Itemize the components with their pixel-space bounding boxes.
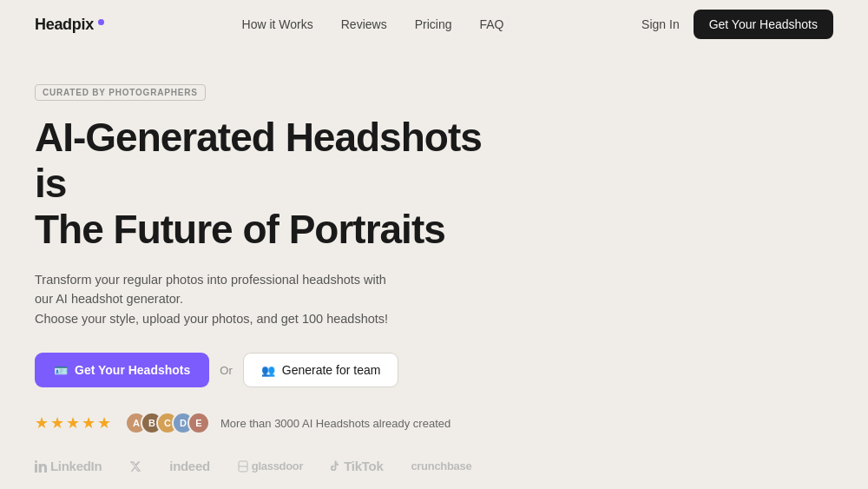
team-icon: 👥 (261, 364, 275, 377)
secondary-cta-button[interactable]: 👥 Generate for team (243, 353, 399, 387)
hero-title-line1: AI-Generated Headshots is (35, 115, 482, 206)
avatar-group: A B C D E (125, 412, 210, 434)
star-5: ★ (97, 413, 111, 433)
star-3: ★ (66, 413, 80, 433)
brand-crunchbase-label: crunchbase (411, 459, 471, 472)
brand-tiktok: TikTok (331, 459, 383, 473)
logo-text: Headpix (35, 16, 94, 34)
brand-linkedin-label: LinkedIn (50, 459, 102, 473)
nav-cta-button[interactable]: Get Your Headshots (694, 10, 833, 39)
svg-point-1 (35, 460, 37, 463)
hero-subtitle-line1: Transform your regular photos into profe… (35, 273, 386, 306)
svg-rect-0 (35, 464, 37, 472)
navbar: Headpix How it Works Reviews Pricing FAQ… (0, 0, 868, 49)
brand-logos: LinkedIn indeed glassdoor TikTok crunchb… (35, 459, 833, 473)
camera-icon: 🪪 (54, 364, 68, 377)
secondary-cta-label: Generate for team (282, 363, 381, 377)
brand-indeed: indeed (169, 459, 210, 473)
primary-cta-button[interactable]: 🪪 Get Your Headshots (35, 353, 209, 387)
star-2: ★ (50, 413, 64, 433)
hero-section: CURATED BY PHOTOGRAPHERS AI-Generated He… (0, 49, 868, 489)
star-4: ★ (82, 413, 95, 433)
social-proof-text: More than 3000 AI Headshots already crea… (220, 417, 450, 430)
star-1: ★ (35, 413, 49, 433)
brand-glassdoor-label: glassdoor (252, 459, 303, 472)
hero-title: AI-Generated Headshots is The Future of … (35, 115, 486, 253)
nav-actions: Sign In Get Your Headshots (641, 10, 833, 39)
avatar-5: E (187, 412, 210, 434)
logo-dot (98, 19, 104, 25)
primary-cta-label: Get Your Headshots (75, 363, 190, 377)
nav-reviews[interactable]: Reviews (341, 17, 387, 31)
brand-crunchbase: crunchbase (411, 459, 471, 472)
brand-indeed-label: indeed (169, 459, 210, 473)
nav-faq[interactable]: FAQ (479, 17, 503, 31)
hero-badge: CURATED BY PHOTOGRAPHERS (35, 84, 206, 101)
or-divider: Or (220, 364, 232, 377)
hero-title-line2: The Future of Portraits (35, 207, 445, 252)
social-proof: ★ ★ ★ ★ ★ A B C D E More than 3000 AI He… (35, 412, 833, 434)
cta-row: 🪪 Get Your Headshots Or 👥 Generate for t… (35, 353, 833, 387)
brand-x (129, 460, 141, 472)
hero-subtitle: Transform your regular photos into profe… (35, 270, 399, 328)
nav-links: How it Works Reviews Pricing FAQ (242, 17, 504, 32)
nav-how-it-works[interactable]: How it Works (242, 17, 313, 31)
logo[interactable]: Headpix (35, 16, 104, 34)
signin-button[interactable]: Sign In (641, 17, 680, 31)
brand-tiktok-label: TikTok (344, 459, 383, 473)
brand-linkedin: LinkedIn (35, 459, 102, 473)
star-rating: ★ ★ ★ ★ ★ (35, 413, 111, 433)
brand-glassdoor: glassdoor (238, 459, 303, 472)
nav-pricing[interactable]: Pricing (415, 17, 452, 31)
hero-subtitle-line2: Choose your style, upload your photos, a… (35, 312, 388, 326)
